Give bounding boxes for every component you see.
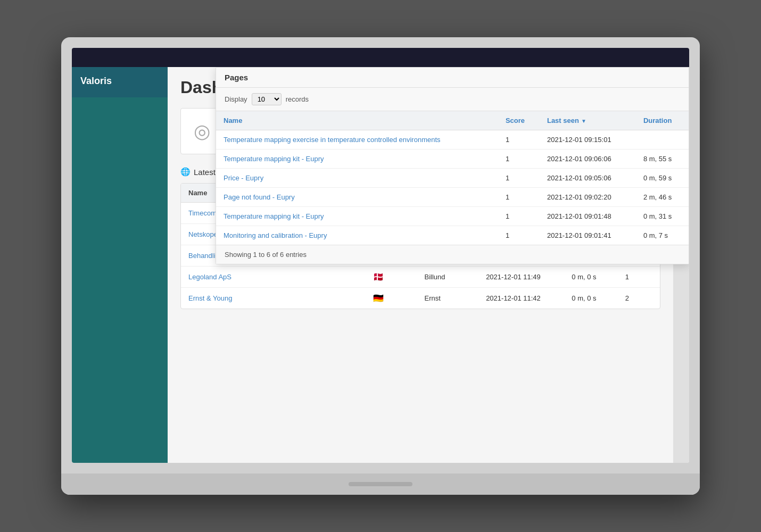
pages-col-name[interactable]: Name (216, 111, 498, 130)
sort-arrow-icon: ▼ (581, 118, 586, 124)
list-item: Temperature mapping exercise in temperat… (216, 130, 689, 149)
page-name[interactable]: Price - Eupry (216, 169, 498, 188)
page-score: 1 (498, 188, 540, 207)
page-duration (636, 130, 689, 149)
laptop-screen: Valoris Dashboard ◎ 200 Visits 🌐 Latest … (72, 48, 689, 463)
page-last-seen: 2021-12-01 09:05:06 (540, 169, 636, 188)
page-name[interactable]: Temperature mapping kit - Eupry (216, 149, 498, 169)
list-item: Temperature mapping kit - Eupry 1 2021-1… (216, 149, 689, 169)
visit-score: 1 (618, 267, 660, 288)
app-body: Valoris Dashboard ◎ 200 Visits 🌐 Latest … (72, 67, 689, 463)
page-score: 1 (498, 130, 540, 149)
page-name[interactable]: Monitoring and calibration - Eupry (216, 226, 498, 245)
laptop-base (61, 473, 700, 495)
list-item: Price - Eupry 1 2021-12-01 09:05:06 0 m,… (216, 169, 689, 188)
visits-icon: ◎ (194, 122, 210, 141)
page-score: 1 (498, 169, 540, 188)
visit-city: Billund (417, 267, 478, 288)
page-score: 1 (498, 149, 540, 169)
page-last-seen: 2021-12-01 09:15:01 (540, 130, 636, 149)
page-score: 1 (498, 226, 540, 245)
laptop-frame: Valoris Dashboard ◎ 200 Visits 🌐 Latest … (61, 37, 700, 495)
records-label: records (286, 95, 309, 103)
visit-start: 2021-12-01 11:42 (478, 288, 564, 309)
visit-name[interactable]: Legoland ApS (181, 267, 366, 288)
page-last-seen: 2021-12-01 09:06:06 (540, 149, 636, 169)
sidebar: Valoris (72, 67, 168, 463)
page-last-seen: 2021-12-01 09:01:48 (540, 207, 636, 226)
visit-duration: 0 m, 0 s (564, 267, 618, 288)
visit-name[interactable]: Ernst & Young (181, 288, 366, 309)
visit-duration: 0 m, 0 s (564, 288, 618, 309)
pages-col-score[interactable]: Score (498, 111, 540, 130)
pages-table: Name Score Last seen ▼ Duration Temperat… (216, 111, 689, 245)
sidebar-title: Valoris (72, 67, 168, 97)
visit-city: Ernst (417, 288, 478, 309)
page-name[interactable]: Temperature mapping kit - Eupry (216, 207, 498, 226)
visit-country: 🇩🇰 (366, 267, 417, 288)
visit-start: 2021-12-01 11:49 (478, 267, 564, 288)
pages-popup-controls: Display 102550100 records (216, 88, 689, 111)
pages-popup: Pages Display 102550100 records Name Sco… (216, 67, 689, 264)
pages-col-last-seen[interactable]: Last seen ▼ (540, 111, 636, 130)
visit-score: 2 (618, 288, 660, 309)
app-header (72, 48, 689, 67)
page-duration: 0 m, 7 s (636, 226, 689, 245)
list-item: Page not found - Eupry 1 2021-12-01 09:0… (216, 188, 689, 207)
table-row: Legoland ApS 🇩🇰 Billund 2021-12-01 11:49… (181, 267, 660, 288)
pages-popup-footer: Showing 1 to 6 of 6 entries (216, 245, 689, 264)
list-item: Monitoring and calibration - Eupry 1 202… (216, 226, 689, 245)
page-duration: 2 m, 46 s (636, 188, 689, 207)
table-row: Ernst & Young 🇩🇪 Ernst 2021-12-01 11:42 … (181, 288, 660, 309)
pages-popup-title: Pages (216, 68, 689, 88)
pages-col-duration[interactable]: Duration (636, 111, 689, 130)
page-last-seen: 2021-12-01 09:02:20 (540, 188, 636, 207)
globe-icon: 🌐 (180, 167, 191, 177)
list-item: Temperature mapping kit - Eupry 1 2021-1… (216, 207, 689, 226)
page-last-seen: 2021-12-01 09:01:41 (540, 226, 636, 245)
page-name[interactable]: Temperature mapping exercise in temperat… (216, 130, 498, 149)
display-label: Display (225, 95, 247, 103)
pages-table-header: Name Score Last seen ▼ Duration (216, 111, 689, 130)
page-duration: 8 m, 55 s (636, 149, 689, 169)
page-duration: 0 m, 59 s (636, 169, 689, 188)
visit-country: 🇩🇪 (366, 288, 417, 309)
laptop-notch (349, 482, 412, 486)
page-duration: 0 m, 31 s (636, 207, 689, 226)
display-select[interactable]: 102550100 (252, 93, 282, 105)
page-score: 1 (498, 207, 540, 226)
page-name[interactable]: Page not found - Eupry (216, 188, 498, 207)
